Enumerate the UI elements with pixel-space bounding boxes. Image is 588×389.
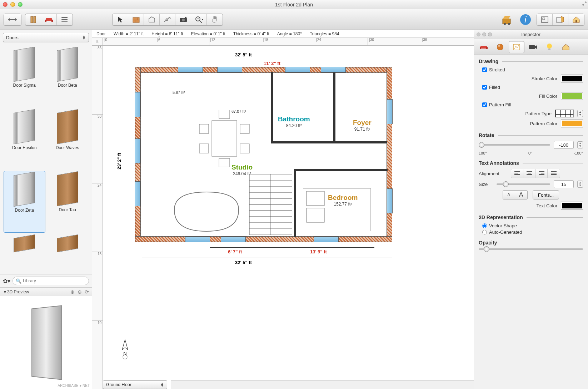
wall-tool[interactable] — [128, 14, 144, 25]
inspector-tab-2d[interactable] — [509, 41, 524, 53]
opacity-slider[interactable] — [479, 248, 583, 250]
pattern-color-swatch[interactable] — [561, 120, 583, 127]
library-furniture-tab[interactable] — [41, 14, 57, 25]
svg-point-16 — [182, 19, 185, 21]
svg-text:N: N — [123, 351, 126, 356]
library-item[interactable]: Door Sigma — [4, 46, 45, 107]
svg-point-5 — [61, 17, 62, 18]
align-justify-button[interactable] — [548, 169, 560, 178]
library-sidebar: Doors ▲▼ Door Sigma Door Beta Door Epsil… — [0, 30, 92, 389]
fonts-button[interactable]: Fonts... — [533, 190, 559, 199]
pan-tool[interactable] — [207, 14, 223, 25]
ruler-corner: ft — [92, 38, 103, 46]
library-category-select[interactable]: Doors ▲▼ — [3, 33, 89, 42]
section-text: Text Annotations — [479, 160, 583, 166]
library-item-selected[interactable]: Door Zeta — [4, 171, 45, 233]
inspector-tabs — [474, 39, 588, 55]
align-left-button[interactable] — [511, 169, 523, 178]
zoom-reset-button[interactable]: ⟳ — [85, 289, 89, 295]
library-item[interactable] — [4, 234, 45, 273]
svg-rect-8 — [133, 20, 139, 22]
library-doors-tab[interactable] — [25, 14, 41, 25]
align-center-button[interactable] — [523, 169, 535, 178]
horizontal-scrollbar[interactable] — [171, 380, 474, 389]
library-list-tab[interactable] — [57, 14, 73, 25]
canvas[interactable]: ft |0 |6 |12 |18 |24 |30 |36 36 30 24 18… — [92, 38, 474, 389]
repr-auto-radio[interactable]: Auto-Generated — [482, 229, 583, 235]
view-3d-button[interactable] — [553, 14, 568, 25]
text-size-stepper[interactable]: ▲▼ — [577, 181, 583, 188]
inspector-tab-building[interactable] — [558, 41, 574, 53]
svg-rect-55 — [486, 47, 488, 49]
select-tool[interactable] — [113, 14, 128, 25]
camera-tool[interactable] — [175, 14, 191, 25]
pattern-type-picker[interactable] — [555, 110, 574, 117]
svg-point-22 — [504, 23, 506, 25]
info-button[interactable]: i — [518, 12, 533, 27]
area-closet: 5.87 ft² — [173, 90, 185, 95]
stroke-color-swatch[interactable] — [561, 75, 583, 82]
svg-rect-53 — [480, 46, 487, 49]
library-search[interactable]: 🔍 — [13, 277, 89, 285]
svg-rect-28 — [557, 17, 562, 22]
library-item[interactable] — [47, 234, 89, 273]
dimension-tool[interactable]: 10 — [160, 14, 175, 25]
library-settings-button[interactable]: ✿▾ — [3, 278, 10, 284]
room-bathroom: Bathroom84.20 ft² — [278, 115, 310, 128]
window-title: 1st Floor 2d Plan — [0, 2, 588, 7]
rotate-value[interactable]: -180 — [554, 141, 574, 149]
view-2d-button[interactable] — [537, 14, 553, 25]
text-color-swatch[interactable] — [561, 202, 583, 209]
library-search-input[interactable] — [23, 278, 86, 283]
library-item[interactable]: Door Epsilon — [4, 109, 45, 170]
view-home-button[interactable] — [568, 14, 584, 25]
dim-top: 32' 5" ft — [235, 52, 252, 57]
svg-point-57 — [497, 44, 503, 50]
svg-rect-51 — [219, 110, 230, 118]
library-item[interactable]: Door Waves — [47, 109, 89, 170]
align-right-button[interactable] — [535, 169, 548, 178]
floorplan[interactable]: Bathroom84.20 ft² Foyer91.71 ft² Studio3… — [135, 67, 399, 274]
toggle-sidebar-button[interactable]: ⟷ — [4, 14, 21, 26]
zoom-out-button[interactable]: ⊖ — [78, 289, 82, 295]
fullscreen-icon[interactable] — [582, 1, 587, 6]
svg-rect-2 — [46, 18, 52, 21]
view-group — [537, 14, 584, 26]
svg-text:i: i — [524, 15, 527, 24]
library-item[interactable]: Door Tau — [47, 171, 89, 233]
pattern-stepper[interactable]: ▲▼ — [577, 110, 583, 117]
text-size-value[interactable]: 15 — [554, 180, 574, 188]
window-titlebar: 1st Floor 2d Plan — [0, 0, 588, 9]
filled-checkbox[interactable]: Filled — [482, 85, 583, 90]
zoom-in-button[interactable]: ⊕ — [70, 289, 75, 295]
text-larger-button[interactable]: A — [515, 191, 527, 199]
text-smaller-button[interactable]: A — [503, 191, 515, 199]
inspector-tab-camera[interactable] — [525, 41, 541, 53]
inspector-panel: Inspector Drawing Stroked Stroke Color F… — [474, 30, 588, 389]
repr-vector-radio[interactable]: Vector Shape — [482, 223, 583, 228]
stroked-checkbox[interactable]: Stroked — [482, 67, 583, 72]
room-tool[interactable] — [144, 14, 160, 25]
inspector-tab-material[interactable] — [492, 41, 508, 53]
svg-rect-54 — [480, 47, 481, 49]
search-icon: 🔍 — [16, 278, 21, 284]
preview-header[interactable]: ▼ 3D Preview ⊕ ⊖ ⟳ — [0, 287, 92, 296]
floor-selector[interactable]: Ground Floor ▲▼ — [103, 380, 167, 389]
room-bedroom: Bedroom152.77 ft² — [328, 194, 358, 207]
rotate-slider[interactable] — [479, 144, 550, 146]
inspector-tab-light[interactable] — [542, 41, 557, 53]
library-tabs — [25, 14, 73, 26]
patternfill-checkbox[interactable]: Pattern Fill — [482, 102, 583, 107]
zoom-tool[interactable]: ▾ — [191, 14, 207, 25]
library-item[interactable]: Door Beta — [47, 46, 89, 107]
store-button[interactable] — [499, 12, 514, 27]
sofa — [171, 188, 242, 235]
fill-color-swatch[interactable] — [561, 92, 583, 100]
text-size-slider[interactable] — [497, 183, 550, 185]
inspector-tab-furniture[interactable] — [476, 41, 492, 53]
svg-rect-17 — [185, 17, 186, 18]
rotate-stepper[interactable]: ▲▼ — [577, 141, 583, 148]
svg-rect-0 — [31, 16, 33, 23]
preview-3d-pane[interactable]: ARCHIBASE ● NET — [0, 296, 92, 389]
area-kitchen: 67.07 ft² — [231, 109, 246, 113]
